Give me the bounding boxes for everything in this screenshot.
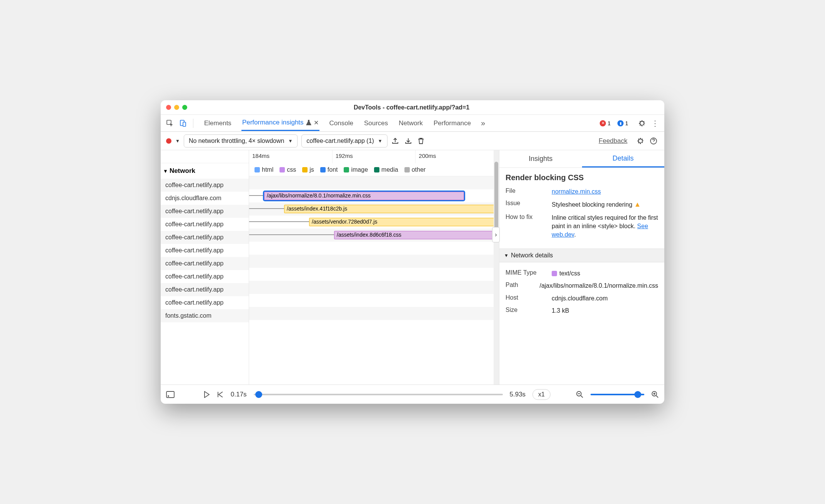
device-toolbar-icon[interactable]: [178, 118, 188, 129]
path-label: Path: [506, 282, 536, 290]
tab-sources[interactable]: Sources: [363, 116, 389, 131]
mime-value: text/css: [552, 269, 658, 278]
network-host-row[interactable]: coffee-cart.netlify.app: [161, 270, 249, 283]
timeline-row: /assets/index.41f18c2b.js: [249, 202, 499, 216]
close-tab-icon[interactable]: ✕: [314, 119, 319, 126]
close-window-button[interactable]: [166, 105, 171, 110]
timeline-row: [249, 255, 499, 268]
legend-item[interactable]: html: [254, 166, 273, 173]
network-host-row[interactable]: coffee-cart.netlify.app: [161, 296, 249, 309]
network-details-header[interactable]: ▼ Network details: [499, 249, 664, 262]
chevron-down-icon: ▼: [288, 138, 293, 144]
skip-back-icon[interactable]: [217, 391, 224, 398]
message-count: 1: [625, 120, 628, 126]
tab-performance-insights[interactable]: Performance insights ✕: [241, 115, 319, 131]
more-tabs-icon[interactable]: »: [481, 119, 485, 128]
timeline-bars[interactable]: /ajax/libs/normalize/8.0.1/normalize.min…: [249, 176, 499, 385]
insights-toolbar: ▼ No network throttling, 4× slowdown ▼ c…: [161, 132, 664, 150]
legend-item[interactable]: media: [374, 166, 398, 173]
record-options-dropdown[interactable]: ▼: [175, 138, 180, 144]
legend-item[interactable]: css: [279, 166, 296, 173]
content-area: ▼ Network coffee-cart.netlify.appcdnjs.c…: [161, 150, 664, 385]
network-host-row[interactable]: coffee-cart.netlify.app: [161, 231, 249, 244]
howto-value: Inline critical styles required for the …: [552, 214, 658, 239]
target-select[interactable]: coffee-cart.netlify.app (1) ▼: [301, 134, 387, 148]
file-label: File: [506, 187, 548, 196]
network-host-row[interactable]: coffee-cart.netlify.app: [161, 179, 249, 192]
timeline-row: [249, 176, 499, 189]
settings-icon[interactable]: [637, 118, 647, 129]
legend-item[interactable]: js: [302, 166, 314, 173]
inspect-element-icon[interactable]: [165, 118, 175, 129]
window-titlebar: DevTools - coffee-cart.netlify.app/?ad=1: [161, 100, 664, 115]
tab-network[interactable]: Network: [398, 116, 423, 131]
panel-resize-handle[interactable]: ›: [492, 227, 500, 242]
issue-value: Stylesheet blocking rendering ▲: [552, 200, 658, 209]
throttling-select[interactable]: No network throttling, 4× slowdown ▼: [184, 134, 298, 148]
play-icon[interactable]: [204, 391, 210, 398]
howto-label: How to fix: [506, 214, 548, 239]
details-tabs: Insights Details: [499, 150, 664, 168]
resource-bar[interactable]: /assets/vendor.728ed0d7.js: [309, 218, 499, 226]
svg-point-5: [168, 396, 169, 396]
resource-bar[interactable]: /ajax/libs/normalize/8.0.1/normalize.min…: [264, 192, 464, 200]
zoom-out-icon[interactable]: [576, 391, 584, 398]
playback-speed[interactable]: x1: [532, 389, 551, 400]
ruler-tick: 184ms: [249, 150, 333, 163]
import-icon[interactable]: [404, 137, 414, 145]
tab-insights[interactable]: Insights: [499, 150, 582, 167]
network-host-row[interactable]: fonts.gstatic.com: [161, 309, 249, 322]
help-icon[interactable]: [650, 137, 659, 145]
chevron-down-icon: ▼: [378, 138, 383, 144]
size-label: Size: [506, 307, 548, 315]
kebab-menu-icon[interactable]: ⋮: [650, 118, 660, 129]
message-badge[interactable]: ▮ 1: [615, 119, 630, 127]
minimize-window-button[interactable]: [174, 105, 179, 110]
feedback-link[interactable]: Feedback: [599, 137, 627, 145]
traffic-lights: [166, 105, 187, 110]
network-host-row[interactable]: coffee-cart.netlify.app: [161, 283, 249, 296]
resource-bar[interactable]: /assets/index.8d6c6f18.css: [334, 231, 499, 239]
export-icon[interactable]: [391, 137, 401, 145]
flask-icon: [306, 119, 311, 126]
timeline-scrollbar[interactable]: [494, 150, 499, 385]
details-body: Render blocking CSS File normalize.min.c…: [499, 168, 664, 249]
network-details-body: MIME Type text/css Path /ajax/libs/norma…: [499, 262, 664, 325]
delete-icon[interactable]: [417, 137, 427, 145]
timeline-row: [249, 281, 499, 294]
timeline-scrubber[interactable]: [254, 394, 503, 395]
message-icon: ▮: [617, 120, 624, 126]
legend-item[interactable]: image: [344, 166, 368, 173]
legend-item[interactable]: font: [320, 166, 338, 173]
network-host-row[interactable]: coffee-cart.netlify.app: [161, 244, 249, 257]
error-badge[interactable]: ✕ 1: [597, 119, 613, 127]
network-section-header[interactable]: ▼ Network: [161, 163, 249, 179]
resource-bar[interactable]: /assets/index.41f18c2b.js: [284, 205, 499, 213]
maximize-window-button[interactable]: [182, 105, 187, 110]
chevron-down-icon: ▼: [504, 253, 509, 258]
resource-legend: htmlcssjsfontimagemediaother: [249, 163, 499, 176]
network-host-row[interactable]: coffee-cart.netlify.app: [161, 205, 249, 218]
zoom-slider[interactable]: [590, 394, 644, 395]
devtools-window: DevTools - coffee-cart.netlify.app/?ad=1…: [161, 100, 664, 404]
network-host-row[interactable]: cdnjs.cloudflare.com: [161, 192, 249, 205]
tab-elements[interactable]: Elements: [203, 116, 232, 131]
screenshot-toggle-icon[interactable]: [166, 391, 175, 398]
tab-console[interactable]: Console: [329, 116, 354, 131]
network-host-row[interactable]: coffee-cart.netlify.app: [161, 257, 249, 270]
network-column: ▼ Network coffee-cart.netlify.appcdnjs.c…: [161, 150, 249, 385]
timeline-row: [249, 294, 499, 307]
record-button[interactable]: [166, 138, 171, 144]
issue-label: Issue: [506, 200, 548, 209]
tab-details[interactable]: Details: [582, 150, 665, 167]
zoom-in-icon[interactable]: [651, 391, 659, 398]
network-host-row[interactable]: coffee-cart.netlify.app: [161, 218, 249, 231]
tab-performance[interactable]: Performance: [433, 116, 472, 131]
chevron-down-icon: ▼: [163, 168, 168, 174]
timeline-row: [249, 307, 499, 320]
file-link[interactable]: normalize.min.css: [552, 188, 601, 195]
ruler-tick: 200ms: [416, 150, 499, 163]
timeline-row: /assets/index.8d6c6f18.css: [249, 229, 499, 242]
legend-item[interactable]: other: [404, 166, 426, 173]
panel-settings-icon[interactable]: [637, 137, 646, 145]
